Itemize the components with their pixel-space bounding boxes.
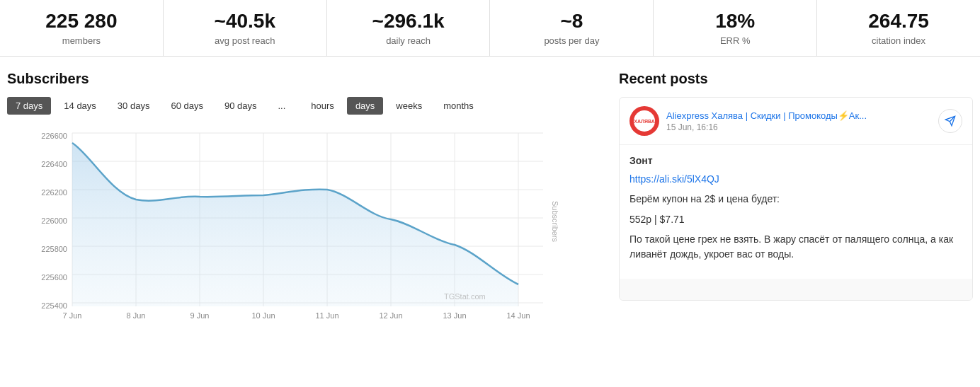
post-text1: Берём купон на 2$ и цена будет:	[629, 192, 962, 207]
time-unit-months[interactable]: months	[435, 97, 482, 115]
recent-posts-title: Recent posts	[619, 71, 973, 87]
time-unit-hours[interactable]: hours	[302, 97, 343, 115]
stat-label-err: ERR %	[661, 35, 809, 46]
time-unit-days[interactable]: days	[347, 97, 383, 115]
post-card: ХАЛЯВА Aliexpress Халява | Скидки | Пром…	[619, 97, 973, 301]
post-header-info: Aliexpress Халява | Скидки | Промокоды⚡А…	[666, 110, 938, 132]
post-title: Зонт	[629, 155, 962, 166]
svg-text:226400: 226400	[41, 160, 67, 168]
svg-text:Subscribers: Subscribers	[551, 201, 559, 243]
stat-label-daily-reach: daily reach	[334, 35, 483, 46]
time-unit-weeks[interactable]: weeks	[387, 97, 431, 115]
subscribers-chart: 226600 226400 226200 226000 225800 22560…	[7, 126, 598, 331]
left-panel: Subscribers 7 days14 days30 days60 days9…	[7, 71, 598, 331]
svg-text:9 Jun: 9 Jun	[190, 311, 210, 320]
svg-text:11 Jun: 11 Jun	[315, 311, 338, 320]
stat-members: 225 280members	[0, 0, 164, 56]
stat-label-citation: citation index	[824, 35, 973, 46]
svg-text:7 Jun: 7 Jun	[63, 311, 82, 320]
share-button[interactable]	[938, 109, 962, 133]
stat-citation: 264.75citation index	[817, 0, 980, 56]
svg-text:226600: 226600	[41, 132, 67, 140]
time-range-more[interactable]: ...	[270, 97, 295, 115]
stat-posts-per-day: ~8posts per day	[490, 0, 654, 56]
stat-value-daily-reach: ~296.1k	[334, 10, 483, 33]
svg-text:225800: 225800	[41, 245, 67, 253]
post-header: ХАЛЯВА Aliexpress Халява | Скидки | Пром…	[620, 98, 972, 145]
time-range-14days[interactable]: 14 days	[55, 97, 105, 115]
svg-text:225600: 225600	[41, 273, 67, 282]
post-footer	[620, 279, 972, 300]
stat-label-members: members	[7, 35, 156, 46]
time-range-90days[interactable]: 90 days	[216, 97, 266, 115]
stat-label-avg-reach: avg post reach	[171, 35, 319, 46]
svg-text:226000: 226000	[41, 216, 67, 225]
avatar: ХАЛЯВА	[629, 106, 659, 136]
post-body: Зонт https://ali.ski/5lX4QJ Берём купон …	[620, 145, 972, 279]
stat-value-posts-per-day: ~8	[497, 10, 646, 33]
svg-text:225400: 225400	[41, 301, 67, 310]
main-content: Subscribers 7 days14 days30 days60 days9…	[0, 71, 980, 331]
time-range-60days[interactable]: 60 days	[162, 97, 212, 115]
subscribers-title: Subscribers	[7, 71, 598, 87]
channel-name[interactable]: Aliexpress Халява | Скидки | Промокоды⚡А…	[666, 110, 938, 121]
svg-text:14 Jun: 14 Jun	[506, 311, 530, 320]
svg-text:13 Jun: 13 Jun	[443, 311, 466, 320]
svg-text:TGStat.com: TGStat.com	[444, 292, 486, 301]
stats-bar: 225 280members~40.5kavg post reach~296.1…	[0, 0, 980, 57]
stat-value-citation: 264.75	[824, 10, 973, 33]
time-range-30days[interactable]: 30 days	[109, 97, 159, 115]
post-date: 15 Jun, 16:16	[666, 122, 938, 132]
stat-value-avg-reach: ~40.5k	[171, 10, 319, 33]
time-controls: 7 days14 days30 days60 days90 days...hou…	[7, 97, 598, 115]
stat-err: 18%ERR %	[654, 0, 817, 56]
svg-text:12 Jun: 12 Jun	[379, 311, 402, 320]
post-link[interactable]: https://ali.ski/5lX4QJ	[629, 173, 962, 185]
post-price: 552p | $7.71	[629, 214, 962, 225]
stat-value-members: 225 280	[7, 10, 156, 33]
time-range-7days[interactable]: 7 days	[7, 97, 51, 115]
chart-container: 226600 226400 226200 226000 225800 22560…	[7, 126, 598, 331]
stat-daily-reach: ~296.1kdaily reach	[327, 0, 491, 56]
right-panel: Recent posts ХАЛЯВА Aliexpress Халява | …	[619, 71, 973, 331]
stat-label-posts-per-day: posts per day	[497, 35, 646, 46]
stat-value-err: 18%	[661, 10, 809, 33]
stat-avg-reach: ~40.5kavg post reach	[164, 0, 327, 56]
svg-text:8 Jun: 8 Jun	[127, 311, 146, 320]
svg-text:226200: 226200	[41, 188, 67, 197]
post-text2: По такой цене грех не взять. В жару спас…	[629, 232, 962, 262]
svg-text:10 Jun: 10 Jun	[251, 311, 275, 320]
